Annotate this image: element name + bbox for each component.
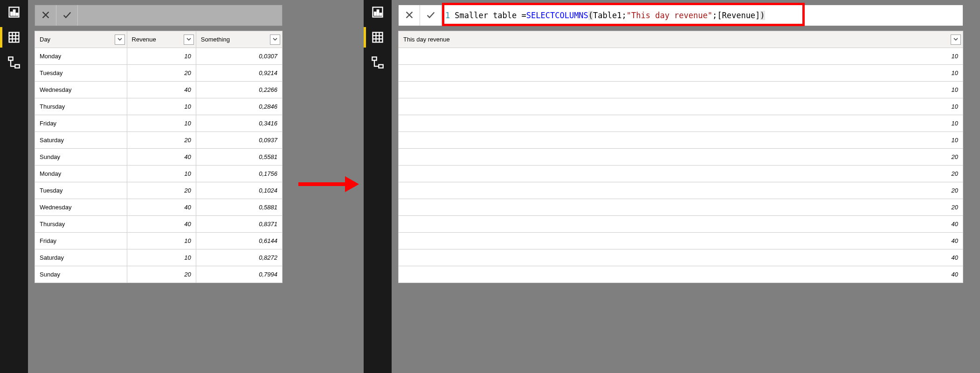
svg-rect-10 xyxy=(15,65,19,68)
formula-open-paren: ( xyxy=(588,11,593,20)
nav-data[interactable] xyxy=(0,31,28,44)
left-main: Day Revenue Something Monday100,0307Tues… xyxy=(28,0,289,373)
cell-revenue: 20 xyxy=(127,182,196,199)
formula-cancel-button[interactable] xyxy=(35,5,56,26)
table-row[interactable]: 10 xyxy=(399,132,963,149)
cell-revenue: 10 xyxy=(127,166,196,182)
chevron-down-icon xyxy=(186,36,191,43)
cell-revenue: 40 xyxy=(127,82,196,98)
close-icon xyxy=(404,10,414,21)
col-something-header[interactable]: Something xyxy=(196,31,282,48)
formula-close-paren: ) xyxy=(760,11,765,20)
cell-something: 0,8371 xyxy=(196,216,282,233)
model-view-icon xyxy=(371,56,384,69)
nav-report[interactable] xyxy=(364,6,392,19)
nav-report[interactable] xyxy=(0,6,28,19)
svg-rect-9 xyxy=(8,57,13,60)
table-row[interactable]: 20 xyxy=(399,182,963,199)
col-day-header[interactable]: Day xyxy=(35,31,127,48)
table-row[interactable]: 10 xyxy=(399,65,963,82)
cell-value: 20 xyxy=(399,199,963,216)
nav-model[interactable] xyxy=(0,56,28,69)
cell-day: Monday xyxy=(35,166,127,182)
formula-commit-button[interactable] xyxy=(420,5,442,26)
formula-input-left[interactable] xyxy=(78,5,282,26)
cell-value: 10 xyxy=(399,48,963,65)
table-row[interactable]: 20 xyxy=(399,199,963,216)
table-header-row: Day Revenue Something xyxy=(35,31,283,48)
cell-day: Thursday xyxy=(35,98,127,115)
cell-day: Saturday xyxy=(35,249,127,266)
table-row[interactable]: Tuesday200,1024 xyxy=(35,182,283,199)
model-view-icon xyxy=(7,56,21,69)
table-row[interactable]: 20 xyxy=(399,149,963,166)
cell-value: 10 xyxy=(399,132,963,149)
cell-something: 0,0307 xyxy=(196,48,282,65)
table-row[interactable]: Wednesday400,5881 xyxy=(35,199,283,216)
table-row[interactable]: 40 xyxy=(399,233,963,249)
formula-string-arg: "This day revenue" xyxy=(627,11,712,20)
col-day-dropdown[interactable] xyxy=(115,35,125,45)
cell-something: 0,2846 xyxy=(196,98,282,115)
col-this-day-revenue-dropdown[interactable] xyxy=(951,35,961,45)
svg-rect-2 xyxy=(14,10,15,15)
table-row[interactable]: Monday100,1756 xyxy=(35,166,283,182)
table-row[interactable]: Thursday400,8371 xyxy=(35,216,283,233)
formula-arg1: Table1; xyxy=(593,11,627,20)
table-row[interactable]: Friday100,6144 xyxy=(35,233,283,249)
nav-model[interactable] xyxy=(364,56,392,69)
col-something-label: Something xyxy=(201,36,230,43)
table-row[interactable]: 20 xyxy=(399,166,963,182)
table-row[interactable]: Tuesday200,9214 xyxy=(35,65,283,82)
col-this-day-revenue-header[interactable]: This day revenue xyxy=(399,31,963,48)
svg-rect-24 xyxy=(372,57,376,60)
nav-data[interactable] xyxy=(364,31,392,44)
cell-something: 0,1024 xyxy=(196,182,282,199)
table-row[interactable]: 10 xyxy=(399,98,963,115)
formula-cancel-button[interactable] xyxy=(399,5,420,26)
formula-input-right[interactable]: 1 Smaller table = SELECTCOLUMNS ( Table1… xyxy=(442,5,963,26)
chevron-down-icon xyxy=(273,36,277,43)
report-view-icon xyxy=(7,6,21,19)
col-this-day-revenue-label: This day revenue xyxy=(403,36,450,43)
table-row[interactable]: 10 xyxy=(399,115,963,132)
table-row[interactable]: Saturday200,0937 xyxy=(35,132,283,149)
cell-value: 10 xyxy=(399,65,963,82)
table-row[interactable]: 10 xyxy=(399,82,963,98)
table-row[interactable]: Monday100,0307 xyxy=(35,48,283,65)
col-something-dropdown[interactable] xyxy=(270,35,280,45)
table-row[interactable]: Sunday400,5581 xyxy=(35,149,283,166)
cell-something: 0,5881 xyxy=(196,199,282,216)
cell-something: 0,9214 xyxy=(196,65,282,82)
formula-commit-button[interactable] xyxy=(56,5,78,26)
table-row[interactable]: Saturday100,8272 xyxy=(35,249,283,266)
cell-revenue: 10 xyxy=(127,249,196,266)
table-row[interactable]: Wednesday400,2266 xyxy=(35,82,283,98)
svg-rect-19 xyxy=(373,33,383,42)
table-row[interactable]: 40 xyxy=(399,216,963,233)
cell-revenue: 40 xyxy=(127,199,196,216)
table-row[interactable]: Sunday200,7994 xyxy=(35,266,283,283)
formula-arg-tail: ;[Revenue] xyxy=(712,11,760,20)
col-revenue-dropdown[interactable] xyxy=(184,35,194,45)
cell-value: 40 xyxy=(399,233,963,249)
table-row[interactable]: 40 xyxy=(399,266,963,283)
col-revenue-label: Revenue xyxy=(132,36,156,43)
svg-rect-3 xyxy=(16,13,18,15)
formula-bar-left xyxy=(35,5,283,26)
cell-day: Friday xyxy=(35,115,127,132)
cell-day: Saturday xyxy=(35,132,127,149)
cell-value: 40 xyxy=(399,249,963,266)
col-revenue-header[interactable]: Revenue xyxy=(127,31,196,48)
table-row[interactable]: Thursday100,2846 xyxy=(35,98,283,115)
cell-day: Sunday xyxy=(35,149,127,166)
cell-something: 0,1756 xyxy=(196,166,282,182)
col-day-label: Day xyxy=(40,36,50,43)
left-panel: Day Revenue Something Monday100,0307Tues… xyxy=(0,0,289,373)
table-row[interactable]: Friday100,3416 xyxy=(35,115,283,132)
side-nav-right xyxy=(364,0,392,373)
table-row[interactable]: 40 xyxy=(399,249,963,266)
cell-revenue: 20 xyxy=(127,132,196,149)
cell-something: 0,7994 xyxy=(196,266,282,283)
table-row[interactable]: 10 xyxy=(399,48,963,65)
